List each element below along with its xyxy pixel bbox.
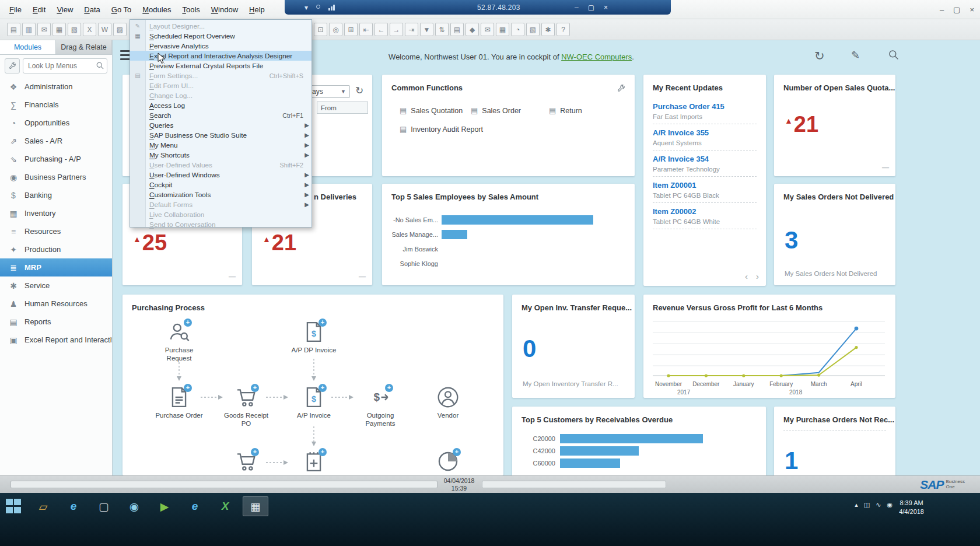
menu-item-scheduled-report-overview[interactable]: ▦Scheduled Report Overview [130,31,312,41]
minimize-window-icon[interactable]: – [940,5,944,14]
rdp-minimize-icon[interactable]: – [575,4,579,12]
menu-item-my-menu[interactable]: My Menu▶ [130,140,312,150]
sidebar-item-purchasing-a-p[interactable]: ⇘Purchasing - A/P [0,150,112,168]
sidebar-item-service[interactable]: ✱Service [0,276,112,295]
taskbar-internet-explorer-2[interactable]: e [182,496,208,516]
alerts-icon[interactable]: ◆ [466,23,479,36]
sidebar-item-production[interactable]: ✦Production [0,240,112,258]
edit-cockpit-icon[interactable]: ✎ [851,49,860,62]
menubar-item-file[interactable]: File [9,5,22,14]
common-function-sales-order[interactable]: ▤Sales Order [471,106,521,115]
process-node-purchase-request[interactable]: +Purchase Request [153,321,205,363]
start-button[interactable] [6,499,23,514]
close-window-icon[interactable]: × [970,5,974,14]
menu-item-search[interactable]: SearchCtrl+F1 [130,110,312,120]
sidebar-item-human-resources[interactable]: ♟Human Resources [0,295,112,313]
export-word-icon[interactable]: W [98,23,111,36]
sort-icon[interactable]: ⇅ [435,23,449,36]
search-icon[interactable] [96,61,104,72]
from-date-field[interactable]: From [317,102,368,114]
cockpit-company-link[interactable]: NW-OEC Computers [561,52,632,61]
filter-refresh-icon[interactable]: ↻ [355,85,363,97]
pager-previous-icon[interactable]: ‹ [745,271,748,281]
print-preview-icon[interactable]: ▤ [7,23,20,36]
export-excel-icon[interactable]: X [83,23,96,36]
form-settings-icon[interactable]: ▤ [450,23,464,36]
common-function-inventory-audit-report[interactable]: ▤Inventory Audit Report [400,125,483,134]
common-function-return[interactable]: ▤Return [549,106,582,115]
help-icon[interactable]: ? [556,23,570,36]
process-node-clipped-9[interactable]: + [422,450,474,474]
tab-modules[interactable]: Modules [0,40,56,54]
last-record-icon[interactable]: ⇥ [405,23,418,36]
menu-item-sap-business-one-studio-suite[interactable]: SAP Business One Studio Suite▶ [130,130,312,140]
menubar-item-edit[interactable]: Edit [33,5,46,14]
menu-item-queries[interactable]: Queries▶ [130,120,312,130]
process-node-a-p-invoice[interactable]: $+A/P Invoice [288,386,340,420]
menu-item-cockpit[interactable]: Cockpit▶ [130,180,312,190]
sidebar-item-excel-report-and-interactiv[interactable]: ▣Excel Report and Interactiv [0,331,112,349]
menubar-item-view[interactable]: View [57,5,73,14]
email-icon[interactable]: ✉ [37,23,51,36]
sidebar-item-business-partners[interactable]: ◉Business Partners [0,168,112,186]
taskbar-sap-business-one[interactable]: ▦ [243,496,268,516]
menu-item-pervasive-analytics[interactable]: Pervasive Analytics [130,41,312,51]
recent-update-link[interactable]: A/R Invoice 354 [653,155,757,163]
add-icon[interactable]: ⊞ [344,23,358,36]
menubar-item-help[interactable]: Help [249,5,265,14]
recent-update-link[interactable]: Item Z00002 [653,207,757,216]
show-hidden-icons-icon[interactable]: ▴ [855,501,858,509]
process-node-goods-receipt-po[interactable]: +Goods Receipt PO [220,386,272,428]
process-node-a-p-dp-invoice[interactable]: $+A/P DP Invoice [288,321,340,355]
previous-record-icon[interactable]: ← [374,23,388,36]
search-input[interactable] [23,58,107,74]
menu-settings-button[interactable] [5,58,20,74]
sidebar-item-resources[interactable]: ≡Resources [0,222,112,240]
rdp-close-icon[interactable]: × [604,4,608,12]
pager-next-icon[interactable]: › [756,271,759,281]
sidebar-item-administration[interactable]: ❖Administration [0,78,112,96]
menu-item-customization-tools[interactable]: Customization Tools▶ [130,190,312,200]
refresh-cockpit-icon[interactable]: ↻ [814,49,825,63]
cockpit-search-icon[interactable] [888,49,900,64]
taskbar-internet-explorer[interactable]: e [61,496,86,516]
taskbar-launcher-arrow[interactable]: ▶ [152,496,177,516]
first-record-icon[interactable]: ⇤ [359,23,373,36]
lock-icon[interactable]: ⊡ [314,23,327,36]
restore-window-icon[interactable]: ▢ [953,5,960,14]
common-function-sales-quotation[interactable]: ▤Sales Quotation [400,106,463,115]
menubar-item-modules[interactable]: Modules [142,5,171,14]
process-node-clipped-7[interactable]: + [220,450,272,474]
menu-item-user-defined-windows[interactable]: User-Defined Windows▶ [130,170,312,180]
process-node-outgoing-payments[interactable]: $+Outgoing Payments [354,386,407,428]
messages-icon[interactable]: ✉ [481,23,494,36]
find-icon[interactable]: ◎ [329,23,342,36]
tab-drag-and-relate[interactable]: Drag & Relate [56,40,112,54]
sidebar-item-banking[interactable]: $Banking [0,186,112,204]
taskbar-clock[interactable]: 8:39 AM 4/4/2018 [899,499,924,516]
menubar-item-window[interactable]: Window [211,5,238,14]
menubar-item-data[interactable]: Data [84,5,100,14]
menubar-item-go-to[interactable]: Go To [111,5,131,14]
recent-update-link[interactable]: Item Z00001 [653,181,757,190]
dashboard-icon[interactable]: ▧ [526,23,540,36]
recent-update-link[interactable]: Purchase Order 415 [653,102,757,111]
pin-icon[interactable] [316,5,320,9]
process-node-vendor[interactable]: Vendor [422,386,474,420]
sidebar-item-financials[interactable]: ∑Financials [0,96,112,114]
network-icon[interactable]: ∿ [876,501,881,509]
taskbar-file-explorer[interactable]: ▱ [30,496,56,516]
recent-update-link[interactable]: A/R Invoice 355 [653,128,757,137]
print-icon[interactable]: ▥ [22,23,36,36]
process-node-purchase-order[interactable]: +Purchase Order [153,386,205,420]
sidebar-item-sales-a-r[interactable]: ⇗Sales - A/R [0,132,112,150]
pervasive-analytics-icon[interactable]: ◔ [511,23,524,36]
process-node-clipped-8[interactable]: + [288,450,340,474]
taskbar-media-app[interactable]: ◉ [121,496,147,516]
sidebar-item-reports[interactable]: ▤Reports [0,313,112,331]
menubar-item-tools[interactable]: Tools [182,5,200,14]
sidebar-item-mrp[interactable]: ≣MRP [0,258,112,276]
period-dropdown[interactable]: ays▼ [308,85,350,98]
taskbar-app-window[interactable]: ▢ [91,496,117,516]
widget-settings-icon[interactable] [617,84,625,94]
